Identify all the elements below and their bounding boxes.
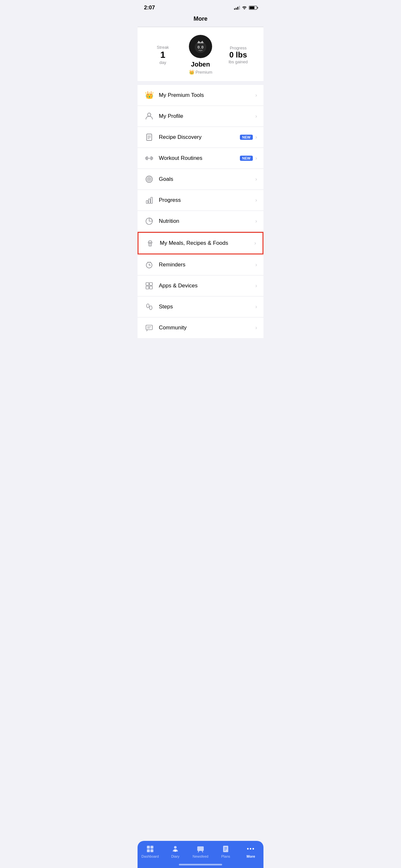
chart-icon bbox=[144, 195, 154, 206]
battery-icon bbox=[249, 6, 257, 10]
svg-rect-20 bbox=[146, 200, 148, 204]
status-icons bbox=[234, 5, 257, 11]
menu-label-goals: Goals bbox=[159, 176, 253, 182]
svg-point-18 bbox=[147, 177, 151, 181]
menu-item-premium-tools[interactable]: 👑 My Premium Tools › bbox=[137, 85, 264, 106]
svg-rect-33 bbox=[150, 283, 152, 285]
avatar bbox=[189, 35, 212, 58]
menu-item-apps-devices[interactable]: Apps & Devices › bbox=[137, 275, 264, 297]
menu-item-goals[interactable]: Goals › bbox=[137, 169, 264, 190]
menu-item-my-profile[interactable]: My Profile › bbox=[137, 106, 264, 127]
menu-label-recipe-discovery: Recipe Discovery bbox=[159, 134, 237, 141]
profile-name: Joben bbox=[191, 61, 210, 68]
menu-label-community: Community bbox=[159, 324, 253, 331]
chevron-icon: › bbox=[255, 262, 257, 268]
menu-label-steps: Steps bbox=[159, 304, 253, 310]
chef-icon bbox=[145, 238, 155, 248]
menu-item-recipe-discovery[interactable]: Recipe Discovery NEW › bbox=[137, 127, 264, 148]
svg-point-17 bbox=[146, 176, 152, 182]
streak-label: Streak bbox=[144, 45, 182, 50]
steps-icon bbox=[144, 302, 154, 312]
menu-label-my-profile: My Profile bbox=[159, 113, 253, 120]
svg-rect-35 bbox=[150, 286, 152, 289]
signal-icon bbox=[234, 6, 240, 10]
crown-icon: 👑 bbox=[144, 90, 154, 100]
chevron-icon: › bbox=[255, 155, 257, 161]
menu-label-apps-devices: Apps & Devices bbox=[159, 283, 253, 289]
svg-rect-34 bbox=[146, 286, 149, 289]
svg-rect-32 bbox=[146, 283, 149, 285]
svg-point-5 bbox=[202, 46, 203, 48]
svg-point-4 bbox=[198, 46, 199, 48]
profile-center[interactable]: Joben 👑 Premium bbox=[182, 35, 220, 74]
menu-label-my-meals: My Meals, Recipes & Foods bbox=[160, 240, 252, 246]
chevron-icon: › bbox=[255, 134, 257, 140]
svg-rect-21 bbox=[149, 199, 150, 204]
chevron-icon: › bbox=[255, 325, 257, 331]
profile-card: Streak 1 day Joben bbox=[137, 27, 264, 81]
page-title: More bbox=[193, 16, 207, 22]
progress-label: Progress bbox=[219, 45, 257, 51]
svg-rect-14 bbox=[147, 157, 148, 160]
new-badge-workout: NEW bbox=[240, 156, 253, 161]
chevron-icon: › bbox=[255, 113, 257, 119]
svg-rect-15 bbox=[151, 157, 152, 160]
person-icon bbox=[144, 111, 154, 121]
progress-unit: lbs gained bbox=[219, 59, 257, 64]
menu-label-reminders: Reminders bbox=[159, 261, 253, 268]
community-icon bbox=[144, 322, 154, 333]
chevron-icon: › bbox=[255, 197, 257, 203]
menu-item-progress[interactable]: Progress › bbox=[137, 190, 264, 211]
dumbbell-icon bbox=[144, 153, 154, 163]
premium-label: Premium bbox=[196, 70, 212, 74]
svg-point-37 bbox=[150, 306, 152, 310]
menu-item-community[interactable]: Community › bbox=[137, 317, 264, 338]
menu-section: 👑 My Premium Tools › My Profile › bbox=[137, 85, 264, 338]
menu-label-progress: Progress bbox=[159, 197, 253, 204]
menu-item-workout-routines[interactable]: Workout Routines NEW › bbox=[137, 148, 264, 169]
premium-crown-icon: 👑 bbox=[189, 69, 194, 74]
progress-section: Progress 0 lbs lbs gained bbox=[219, 45, 257, 64]
svg-rect-38 bbox=[146, 325, 152, 330]
svg-point-19 bbox=[149, 179, 150, 180]
svg-rect-22 bbox=[151, 197, 152, 204]
recipe-icon bbox=[144, 132, 154, 143]
menu-item-steps[interactable]: Steps › bbox=[137, 297, 264, 317]
menu-item-my-meals[interactable]: My Meals, Recipes & Foods › bbox=[137, 232, 264, 254]
apps-icon bbox=[144, 281, 154, 291]
clock-icon bbox=[144, 259, 154, 270]
target-icon bbox=[144, 174, 154, 184]
svg-point-36 bbox=[147, 304, 149, 308]
chevron-icon: › bbox=[255, 283, 257, 289]
menu-item-reminders[interactable]: Reminders › bbox=[137, 254, 264, 275]
menu-label-workout-routines: Workout Routines bbox=[159, 155, 237, 161]
streak-unit: day bbox=[144, 60, 182, 65]
new-badge-recipe: NEW bbox=[240, 135, 253, 140]
chevron-icon: › bbox=[254, 240, 256, 246]
premium-badge: 👑 Premium bbox=[189, 69, 212, 74]
wifi-icon bbox=[242, 5, 247, 11]
progress-value: 0 lbs bbox=[219, 51, 257, 59]
menu-item-nutrition[interactable]: Nutrition › bbox=[137, 211, 264, 232]
svg-point-7 bbox=[148, 113, 151, 116]
streak-value: 1 bbox=[144, 51, 182, 59]
menu-label-premium-tools: My Premium Tools bbox=[159, 92, 253, 98]
streak-section: Streak 1 day bbox=[144, 45, 182, 65]
status-bar: 2:07 bbox=[137, 0, 264, 13]
page-header: More bbox=[137, 13, 264, 27]
main-content: Streak 1 day Joben bbox=[137, 27, 264, 367]
pie-icon bbox=[144, 216, 154, 226]
chevron-icon: › bbox=[255, 218, 257, 224]
chevron-icon: › bbox=[255, 176, 257, 182]
menu-label-nutrition: Nutrition bbox=[159, 218, 253, 224]
chevron-icon: › bbox=[255, 304, 257, 310]
status-time: 2:07 bbox=[144, 4, 155, 11]
chevron-icon: › bbox=[255, 92, 257, 98]
